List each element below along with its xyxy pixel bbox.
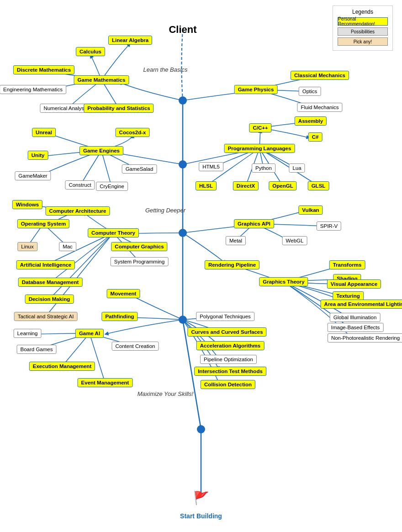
node-intersection-test-methods[interactable]: Intersection Test Methods	[194, 367, 266, 376]
node-learning[interactable]: Learning	[14, 329, 42, 338]
node-spirv[interactable]: SPIR-V	[317, 221, 341, 231]
node-webgl[interactable]: WebGL	[282, 236, 307, 245]
node-optics[interactable]: Optics	[299, 87, 321, 96]
node-vulkan[interactable]: Vulkan	[298, 205, 323, 215]
node-windows[interactable]: Windows	[12, 200, 42, 209]
legend-swatch-beige: Pick any!	[338, 37, 388, 46]
node-image-effects[interactable]: Image-Based Effects	[328, 323, 384, 332]
node-engineering-mathematics[interactable]: Engineering Mathematics	[0, 85, 66, 94]
node-metal[interactable]: Metal	[226, 236, 246, 245]
hub-2	[179, 160, 187, 169]
maximize-label: Maximize Your Skills!	[138, 390, 194, 397]
node-gamemaker[interactable]: GameMaker	[15, 171, 51, 180]
node-hlsl[interactable]: HLSL	[196, 181, 217, 190]
node-movement[interactable]: Movement	[107, 289, 140, 298]
legend-item-gray: Possibilities	[338, 27, 388, 36]
node-acceleration-algorithms[interactable]: Acceleration Algorithms	[196, 341, 264, 350]
node-mac[interactable]: Mac	[59, 242, 76, 251]
node-area-lighting[interactable]: Area and Environmental Lighting	[321, 300, 402, 309]
legend-item-beige: Pick any!	[338, 37, 388, 46]
node-curves-curved-surfaces[interactable]: Curves and Curved Surfaces	[187, 327, 266, 337]
node-collision-detection[interactable]: Collision Detection	[201, 380, 255, 389]
node-glsl[interactable]: GLSL	[308, 181, 329, 190]
node-discrete-mathematics[interactable]: Discrete Mathematics	[13, 65, 74, 74]
node-classical-mechanics[interactable]: Classical Mechanics	[291, 71, 349, 80]
node-global-illumination[interactable]: Global Illumination	[330, 313, 381, 322]
node-construct[interactable]: Construct	[65, 180, 95, 190]
node-lua[interactable]: Lua	[289, 163, 305, 173]
node-cocos2d[interactable]: Cocos2d-x	[116, 128, 150, 137]
node-linear-algebra[interactable]: Linear Algebra	[108, 36, 152, 45]
getting-deeper-label: Getting Deeper	[145, 207, 185, 214]
node-database-management[interactable]: Database Management	[18, 278, 83, 287]
node-game-physics[interactable]: Game Physics	[234, 85, 278, 94]
hub-4	[179, 316, 187, 324]
legend-title: Legends	[338, 9, 388, 15]
node-unity[interactable]: Unity	[28, 151, 48, 160]
legend-box: Legends Personal Recommendation! Possibi…	[333, 5, 393, 51]
node-calculus[interactable]: Calculus	[76, 47, 105, 56]
node-game-mathematics[interactable]: Game Mathematics	[74, 75, 129, 84]
start-building-flag: 🚩	[193, 490, 209, 506]
hub-3	[179, 229, 187, 237]
node-polygonal-techniques[interactable]: Polygonal Techniques	[196, 312, 254, 321]
node-assembly[interactable]: Assembly	[295, 116, 327, 126]
node-graphics-theory[interactable]: Graphics Theory	[259, 277, 308, 286]
main-title: Client	[169, 24, 196, 36]
node-game-ai[interactable]: Game AI	[75, 329, 104, 338]
node-programming-languages[interactable]: Programming Languages	[224, 144, 295, 153]
node-event-management[interactable]: Event Management	[78, 378, 133, 387]
node-opengl[interactable]: OpenGL	[269, 181, 296, 190]
node-content-creation[interactable]: Content Creation	[112, 342, 159, 351]
node-python[interactable]: Python	[252, 163, 275, 173]
node-pipeline-optimization[interactable]: Pipeline Optimization	[200, 355, 257, 364]
node-cplusplus[interactable]: C/C++	[249, 123, 271, 132]
node-rendering-pipeline[interactable]: Rendering Pipeline	[205, 260, 259, 269]
node-unreal[interactable]: Unreal	[32, 128, 56, 137]
node-operating-system[interactable]: Operating System	[17, 219, 69, 228]
node-system-programming[interactable]: System Programming	[111, 257, 169, 266]
node-html5[interactable]: HTML5	[199, 162, 223, 171]
node-computer-architecture[interactable]: Computer Architecture	[46, 206, 110, 216]
node-decision-making[interactable]: Decision Making	[25, 295, 74, 304]
node-execution-management[interactable]: Execution Management	[29, 362, 95, 371]
node-linux[interactable]: Linux	[17, 242, 37, 251]
legend-swatch-yellow: Personal Recommendation!	[338, 17, 388, 26]
node-cryengine[interactable]: CryEngine	[96, 182, 128, 191]
node-directx[interactable]: DirectX	[233, 181, 259, 190]
node-csharp[interactable]: C#	[308, 132, 323, 142]
node-graphics-api[interactable]: Graphics API	[234, 219, 274, 228]
start-building-label[interactable]: Start Building	[180, 512, 222, 520]
node-visual-appearance[interactable]: Visual Appearance	[327, 279, 381, 289]
node-fluid-mechanics[interactable]: Fluid Mechanics	[297, 103, 342, 112]
hub-5	[197, 425, 205, 433]
node-texturing[interactable]: Texturing	[333, 291, 364, 300]
learn-basics-label: Learn the Basics	[143, 66, 188, 73]
node-game-engines[interactable]: Game Engines	[79, 146, 123, 155]
mindmap-container: Client Learn the Basics Getting Deeper M…	[0, 0, 402, 532]
node-non-photo[interactable]: Non-Photorealistic Rendering	[328, 333, 402, 342]
hub-1	[179, 96, 187, 105]
node-transforms[interactable]: Transforms	[329, 260, 365, 269]
legend-item-yellow: Personal Recommendation!	[338, 17, 388, 26]
node-computer-theory[interactable]: Computer Theory	[88, 228, 139, 237]
node-computer-graphics[interactable]: Computer Graphics	[111, 242, 167, 251]
legend-swatch-gray: Possibilities	[338, 27, 388, 36]
node-pathfinding[interactable]: Pathfinding	[101, 312, 138, 321]
node-board-games[interactable]: Board Games	[17, 345, 57, 354]
node-gamesalad[interactable]: GameSalad	[122, 164, 157, 174]
node-probability-statistics[interactable]: Probability and Statistics	[84, 104, 153, 113]
node-tactical-strategic-ai[interactable]: Tactical and Strategic AI	[14, 312, 78, 321]
node-artificial-intelligence[interactable]: Artificial Intelligence	[16, 260, 75, 269]
